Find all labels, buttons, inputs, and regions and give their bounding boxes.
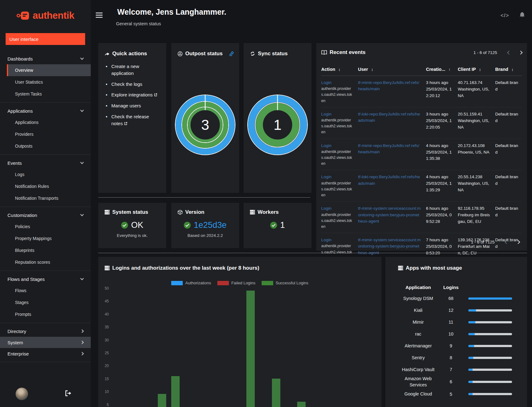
column-label[interactable]: Action: [321, 67, 335, 72]
sidebar-group-label: Dashboards: [7, 56, 33, 61]
events-table-body: Loginauthentik.providers.oauth2.views.to…: [321, 76, 522, 264]
sidebar-item-logs[interactable]: Logs: [0, 169, 91, 180]
sidebar-group-events[interactable]: Events: [0, 157, 91, 169]
version-card: Version 1e25d3e Based on 2024.2.2: [171, 203, 239, 248]
sort-asc-icon[interactable]: ↑: [448, 67, 451, 72]
quick-actions-title: Quick actions: [112, 51, 147, 57]
app-name: Synology DSM: [398, 295, 438, 302]
app-usage-bar: [468, 321, 512, 323]
sidebar-item-flows[interactable]: Flows: [0, 285, 91, 297]
outpost-link-icon[interactable]: [229, 51, 234, 56]
quick-action-manage-users[interactable]: Manage users: [104, 102, 161, 109]
event-action-link[interactable]: Login: [321, 111, 358, 117]
api-browser-icon[interactable]: </>: [501, 12, 509, 19]
app-name: Alertmanager: [398, 343, 438, 349]
sidebar-item-blueprints[interactable]: Blueprints: [0, 244, 91, 256]
column-label[interactable]: Brand: [495, 67, 508, 72]
app-logins-count: 6: [438, 379, 463, 384]
sync-status-donut: 1: [246, 94, 309, 156]
sidebar-item-outposts[interactable]: Outposts: [0, 140, 91, 152]
sidebar-group-enterprise[interactable]: Enterprise: [0, 348, 91, 359]
event-action-cell: Loginauthentik.providers.oauth2.views.to…: [321, 205, 358, 230]
sidebar-item-property-mappings[interactable]: Property Mappings: [0, 233, 91, 244]
sidebar-item-applications[interactable]: Applications: [0, 116, 91, 128]
event-creation-cell: 4 hours ago25/03/2024, 11:35:38: [426, 143, 458, 167]
sidebar-item-stages[interactable]: Stages: [0, 297, 91, 308]
sync-icon: [250, 51, 255, 56]
app-name: Kiali: [398, 307, 438, 313]
column-label[interactable]: Client IP: [458, 67, 476, 72]
event-action-detail: authentik.providers.oauth2.views.token: [321, 180, 358, 199]
sidebar-item-providers[interactable]: Providers: [0, 128, 91, 140]
quick-action-explore-integrations[interactable]: Explore integrations: [104, 91, 161, 98]
event-action-cell: Loginauthentik.providers.oauth2.views.to…: [321, 111, 358, 135]
app-name: HashiCorp Vault: [398, 366, 438, 373]
app-usage-bar-fill: [468, 381, 473, 383]
pagination-prev-icon[interactable]: [507, 51, 511, 55]
sidebar-item-system-tasks[interactable]: System Tasks: [0, 88, 91, 100]
sidebar-group-system[interactable]: System: [0, 337, 91, 348]
sidebar-group-directory[interactable]: Directory: [0, 326, 91, 337]
sort-icon[interactable]: ↕: [479, 67, 481, 72]
event-action-link[interactable]: Login: [321, 174, 358, 180]
sidebar-item-overview[interactable]: Overview: [7, 64, 91, 76]
sidebar-item-notification-rules[interactable]: Notification Rules: [0, 180, 91, 192]
event-action-detail: authentik.providers.oauth2.views.token: [321, 149, 358, 167]
legend-item-authorizations: Authorizations: [171, 281, 211, 285]
sidebar-group-applications[interactable]: Applications: [0, 105, 91, 116]
event-action-link[interactable]: Login: [321, 143, 358, 149]
sidebar-item-prompts[interactable]: Prompts: [0, 308, 91, 320]
apps-row-google-cloud: Google Cloud5: [398, 388, 527, 400]
apps-col-logins: Logins: [438, 285, 463, 290]
quick-action-create-a-new-application[interactable]: Create a new application: [104, 63, 161, 77]
pagination-next-icon[interactable]: [519, 51, 523, 55]
sidebar-item-user-statistics[interactable]: User Statistics: [0, 76, 91, 88]
user-interface-button[interactable]: User interface: [6, 33, 85, 45]
event-action-link[interactable]: Login: [321, 237, 358, 243]
event-row: Loginauthentik.providers.oauth2.views.to…: [321, 76, 522, 107]
events-column-creatio-: Creatio...↑: [426, 67, 458, 72]
event-user-link[interactable]: tf-loki-repo:BeryJu/k8s:ref:refs/heads/m…: [358, 111, 426, 135]
event-action-link[interactable]: Login: [321, 80, 358, 86]
app-usage-bar: [468, 369, 512, 371]
notifications-bell-icon[interactable]: [519, 11, 526, 18]
column-label[interactable]: Creatio...: [426, 67, 445, 72]
event-user-link[interactable]: tf-mimir-system:serviceaccount:monitorin…: [358, 205, 426, 230]
sidebar-item-reputation-scores[interactable]: Reputation scores: [0, 256, 91, 268]
sidebar-group-flows-and-stages[interactable]: Flows and Stages: [0, 273, 91, 285]
sidebar-toggle-icon[interactable]: [96, 12, 103, 19]
sidebar-nav: DashboardsOverviewUser StatisticsSystem …: [0, 53, 91, 362]
chart-bar-successful-logins: [171, 376, 180, 407]
sort-icon[interactable]: ↕: [511, 67, 514, 72]
sort-icon[interactable]: ↕: [371, 67, 373, 72]
system-status-description: Everything is ok.: [104, 233, 160, 238]
quick-action-check-the-release-notes[interactable]: Check the release notes: [104, 113, 161, 127]
event-action-detail: authentik.providers.oauth2.views.token: [321, 212, 358, 230]
quick-actions-card: Quick actions Create a new applicationCh…: [98, 43, 166, 193]
version-value-link[interactable]: 1e25d3e: [194, 220, 226, 230]
version-description: Based on 2024.2.2: [177, 233, 233, 238]
event-user-link[interactable]: tf-mimir-repo:BeryJu/k8s:ref:refs/heads/…: [358, 80, 426, 104]
sidebar-group-dashboards[interactable]: Dashboards: [0, 53, 91, 64]
sidebar-group-customization[interactable]: Customization: [0, 209, 91, 221]
app-usage-bar-fill: [468, 309, 476, 311]
pagination-next-icon[interactable]: [516, 240, 520, 244]
workers-card: Workers 1: [244, 203, 312, 248]
legend-swatch: [262, 281, 273, 285]
sidebar-item-policies[interactable]: Policies: [0, 221, 91, 233]
apps-row-alertmanager: Alertmanager9: [398, 340, 527, 352]
event-client-ip-cell: 20.55.14.238Washington, US, NA: [458, 174, 495, 198]
event-user-link[interactable]: tf-loki-repo:BeryJu/k8s:ref:refs/heads/m…: [358, 174, 426, 198]
app-logins-count: 68: [438, 296, 463, 301]
pagination-prev-icon[interactable]: [505, 240, 509, 244]
event-user-link[interactable]: tf-mimir-repo:BeryJu/k8s:ref:refs/heads/…: [358, 143, 426, 167]
sort-icon[interactable]: ↕: [338, 67, 341, 72]
sidebar-item-notification-transports[interactable]: Notification Transports: [0, 192, 91, 204]
apps-row-sentry: Sentry8: [398, 352, 527, 364]
page-subtitle: General system status: [116, 21, 161, 26]
quick-action-check-the-logs[interactable]: Check the logs: [104, 81, 161, 88]
event-action-link[interactable]: Login: [321, 205, 358, 212]
column-label[interactable]: User: [358, 67, 368, 72]
user-avatar[interactable]: [16, 388, 28, 400]
logout-icon[interactable]: [65, 390, 72, 396]
